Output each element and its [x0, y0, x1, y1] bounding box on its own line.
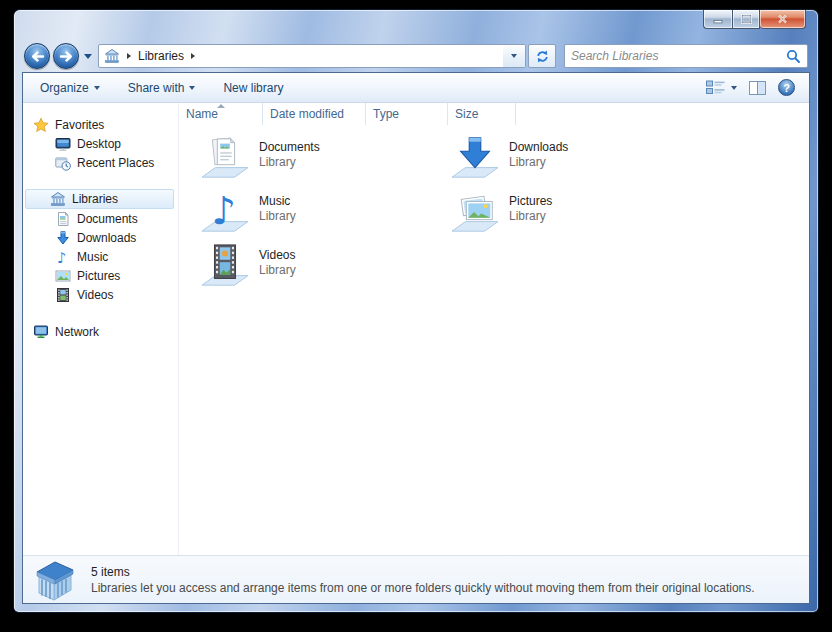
videos-icon [55, 287, 71, 303]
new-library-button[interactable]: New library [214, 77, 292, 99]
svg-text:♪: ♪ [57, 249, 67, 265]
search-box[interactable] [564, 44, 808, 68]
views-button[interactable] [706, 80, 737, 95]
sidebar-label: Desktop [77, 137, 121, 151]
desktop-background: { "window": { "app": "Windows Explorer",… [0, 0, 832, 632]
sidebar-label: Favorites [55, 118, 104, 132]
column-header-name[interactable]: Name [179, 103, 263, 125]
sidebar-label: Libraries [72, 192, 118, 206]
sidebar-label: Network [55, 325, 99, 339]
sidebar-item-pictures[interactable]: Pictures [23, 266, 178, 285]
downloads-library-icon [449, 135, 501, 181]
item-type: Library [259, 209, 296, 224]
preview-pane-button[interactable] [749, 81, 766, 95]
search-icon[interactable] [786, 49, 801, 64]
sidebar-label: Documents [77, 212, 138, 226]
close-button[interactable] [760, 10, 806, 29]
refresh-button[interactable] [528, 44, 556, 68]
command-bar-right: ? [706, 79, 803, 96]
file-list-pane: Name Date modified Type Size [179, 103, 809, 555]
chevron-down-icon [189, 86, 195, 90]
library-tile-music[interactable]: ♪ Music Library [199, 189, 429, 243]
sidebar-label: Pictures [77, 269, 120, 283]
sidebar-item-favorites[interactable]: Favorites [23, 115, 178, 134]
sidebar-item-downloads[interactable]: Downloads [23, 228, 178, 247]
column-header-size[interactable]: Size [448, 103, 516, 125]
music-icon: ♪ [55, 249, 71, 265]
back-icon [30, 50, 45, 63]
maximize-icon [741, 14, 752, 24]
sidebar-item-libraries[interactable]: Libraries [25, 189, 174, 209]
new-library-label: New library [223, 81, 283, 95]
downloads-icon [55, 230, 71, 246]
documents-icon [55, 211, 71, 227]
views-chevron-icon [731, 86, 737, 90]
desktop-icon [55, 136, 71, 152]
item-type: Library [259, 263, 296, 278]
maximize-button[interactable] [732, 10, 760, 29]
sidebar-item-music[interactable]: ♪ Music [23, 247, 178, 266]
item-name: Pictures [509, 194, 552, 209]
breadcrumb-arrow-icon[interactable] [191, 53, 195, 59]
sidebar-spacer [23, 304, 178, 322]
minimize-button[interactable] [703, 10, 732, 29]
explorer-body: Favorites Desktop [23, 103, 809, 555]
libraries-icon [50, 191, 66, 207]
close-icon [777, 14, 788, 24]
item-type: Library [259, 155, 320, 170]
sidebar-item-network[interactable]: Network [23, 322, 178, 341]
item-name: Music [259, 194, 296, 209]
address-dropdown-button[interactable] [503, 45, 525, 67]
share-with-button[interactable]: Share with [119, 77, 205, 99]
forward-button[interactable] [53, 43, 79, 69]
forward-icon [59, 50, 74, 63]
navigation-pane: Favorites Desktop [23, 103, 179, 555]
sidebar-item-videos[interactable]: Videos [23, 285, 178, 304]
recent-pages-chevron-icon[interactable] [84, 54, 92, 59]
titlebar[interactable] [14, 10, 818, 40]
client-area: Organize Share with New library [22, 72, 810, 604]
minimize-icon [713, 15, 723, 24]
share-with-label: Share with [128, 81, 185, 95]
item-type: Library [509, 155, 568, 170]
pictures-icon [55, 268, 71, 284]
window-controls [703, 10, 806, 29]
sidebar-item-recent-places[interactable]: Recent Places [23, 153, 178, 172]
sidebar-item-documents[interactable]: Documents [23, 209, 178, 228]
item-name: Documents [259, 140, 320, 155]
breadcrumb-arrow-icon[interactable] [127, 53, 131, 59]
library-tile-pictures[interactable]: Pictures Library [449, 189, 679, 243]
address-bar[interactable]: Libraries [98, 44, 526, 68]
breadcrumb-segment-libraries[interactable]: Libraries [138, 49, 184, 63]
sidebar-label: Recent Places [77, 156, 154, 170]
network-icon [33, 324, 49, 340]
organize-label: Organize [40, 81, 89, 95]
chevron-down-icon [511, 54, 517, 58]
sort-ascending-icon [217, 104, 225, 108]
sidebar-item-desktop[interactable]: Desktop [23, 134, 178, 153]
help-button[interactable]: ? [778, 79, 795, 96]
sidebar-label: Downloads [77, 231, 136, 245]
organize-button[interactable]: Organize [31, 77, 109, 99]
chevron-down-icon [94, 86, 100, 90]
search-input[interactable] [571, 49, 786, 63]
column-header-date-modified[interactable]: Date modified [263, 103, 366, 125]
library-tile-videos[interactable]: Videos Library [199, 243, 429, 297]
item-count: 5 items [91, 565, 755, 579]
column-header-type[interactable]: Type [366, 103, 448, 125]
libraries-3d-icon [31, 559, 77, 601]
item-name: Videos [259, 248, 296, 263]
library-tile-documents[interactable]: Documents Library [199, 135, 429, 189]
sidebar-label: Music [77, 250, 108, 264]
library-tile-downloads[interactable]: Downloads Library [449, 135, 679, 189]
pictures-library-icon [449, 189, 501, 235]
back-button[interactable] [24, 43, 50, 69]
videos-library-icon [199, 243, 251, 289]
music-library-icon: ♪ [199, 189, 251, 235]
libraries-icon [104, 48, 120, 64]
command-bar: Organize Share with New library [23, 73, 809, 103]
refresh-icon [535, 49, 550, 64]
details-pane: 5 items Libraries let you access and arr… [23, 555, 809, 603]
libraries-description: Libraries let you access and arrange ite… [91, 581, 755, 595]
item-name: Downloads [509, 140, 568, 155]
